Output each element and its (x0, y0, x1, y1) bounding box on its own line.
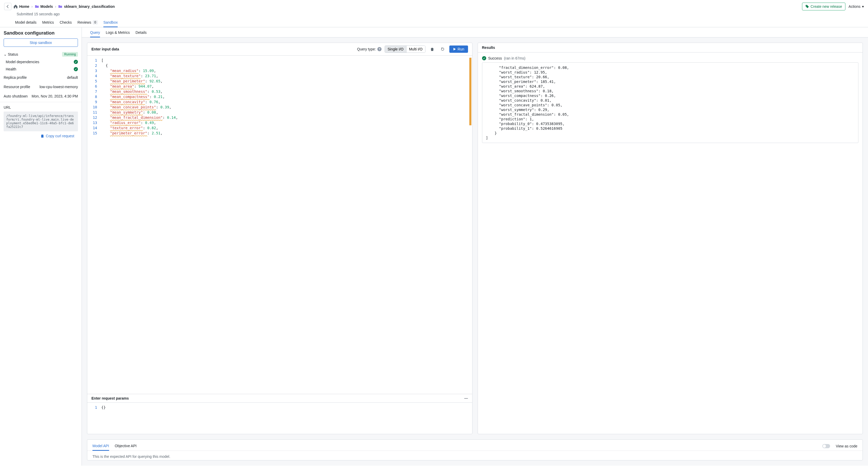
check-icon (74, 67, 78, 71)
tab-metrics[interactable]: Metrics (42, 19, 54, 27)
arrow-left-icon (6, 5, 10, 8)
multi-io-button[interactable]: Multi I/O (406, 46, 425, 53)
clipboard-icon (40, 134, 44, 138)
tab-reviews[interactable]: Reviews 0 (78, 19, 98, 27)
url-label: URL (4, 105, 78, 110)
results-title: Results (482, 46, 495, 50)
params-editor[interactable]: 1 {} (87, 403, 472, 434)
url-value: /foundry-ml-live/api/inference/transform… (4, 112, 78, 131)
folder-icon (58, 4, 62, 8)
submitted-text: Submitted 15 seconds ago (0, 10, 868, 19)
help-icon[interactable]: ? (377, 47, 381, 51)
check-icon (74, 60, 78, 64)
crumb-home[interactable]: Home (13, 4, 29, 8)
stop-sandbox-button[interactable]: Stop sandbox (4, 38, 78, 47)
results-panel: Results Success (ran in 67ms) "fractal_d… (477, 42, 863, 434)
input-panel: Enter input data Query type: ? Single I/… (87, 42, 472, 434)
tab-query[interactable]: Query (90, 30, 100, 37)
api-description: This is the expected API for querying th… (87, 451, 863, 460)
input-panel-title: Enter input data (91, 47, 119, 51)
api-panel: Model API Objective API View as code Thi… (87, 439, 863, 461)
check-icon (482, 56, 486, 60)
reset-button[interactable] (439, 46, 446, 53)
crumb-current[interactable]: sklearn_binary_classification (58, 4, 115, 8)
run-time: (ran in 67ms) (504, 56, 525, 60)
params-header: Enter request params — (87, 394, 472, 403)
folder-icon (35, 4, 39, 8)
crumb-home-label: Home (19, 4, 29, 8)
primary-tabs: Model details Metrics Checks Reviews 0 S… (0, 19, 868, 27)
breadcrumb: Home › Models › sklearn_binary_classific… (4, 3, 115, 10)
tab-objective-api[interactable]: Objective API (115, 442, 136, 450)
crumb-models[interactable]: Models (35, 4, 53, 8)
crumb-models-label: Models (40, 4, 53, 8)
copy-curl-button[interactable]: Copy curl request (4, 131, 78, 138)
trash-icon (430, 47, 434, 51)
status-toggle[interactable]: ⌄ Status Running (0, 51, 82, 58)
tag-icon (805, 5, 809, 8)
chevron-down-icon: ⌄ (4, 52, 7, 56)
status-health: Health (0, 65, 82, 73)
tab-details[interactable]: Details (135, 30, 147, 37)
tab-sandbox[interactable]: Sandbox (103, 19, 118, 27)
io-segmented-control: Single I/O Multi I/O (385, 46, 426, 53)
replica-profile-row: Replica profile default (0, 73, 82, 82)
status-model-deps: Model dependencies (0, 58, 82, 65)
input-editor[interactable]: 123456789101112131415 [ { "mean_radius":… (87, 56, 472, 394)
query-type-label: Query type: (357, 47, 376, 51)
sidebar: Sandbox configuration Stop sandbox ⌄ Sta… (0, 27, 82, 466)
success-label: Success (488, 56, 502, 60)
view-as-code-toggle[interactable] (822, 444, 830, 448)
tab-logs-metrics[interactable]: Logs & Metrics (106, 30, 130, 37)
tab-model-details[interactable]: Model details (15, 19, 37, 27)
status-badge: Running (62, 52, 78, 57)
undo-icon (440, 47, 445, 51)
chevron-right-icon: › (55, 4, 56, 8)
status-label: Status (8, 52, 18, 56)
resource-profile-row: Resource profile low-cpu-lowest-memory (0, 82, 82, 91)
create-release-button[interactable]: Create new release (802, 3, 845, 10)
home-icon (13, 4, 18, 8)
crumb-current-label: sklearn_binary_classification (64, 4, 115, 8)
clear-button[interactable] (429, 46, 436, 53)
actions-menu[interactable]: Actions ▾ (848, 4, 864, 8)
chevron-down-icon: ▾ (862, 4, 864, 8)
single-io-button[interactable]: Single I/O (385, 46, 406, 53)
inner-tabs: Query Logs & Metrics Details (82, 27, 868, 37)
auto-shutdown-row: Auto shutdown Mon, Nov 20, 2023, 4:30 PM (0, 91, 82, 101)
minus-icon[interactable]: — (464, 396, 468, 400)
results-output: "fractal_dimension_error": 0.08, "worst_… (482, 62, 859, 143)
run-button[interactable]: Run (449, 46, 468, 53)
chevron-right-icon: › (31, 4, 33, 8)
play-icon (453, 48, 456, 51)
back-button[interactable] (4, 3, 11, 10)
reviews-count-badge: 0 (93, 20, 98, 24)
scroll-marker (469, 58, 471, 125)
view-as-code-label: View as code (836, 444, 857, 448)
tab-model-api[interactable]: Model API (92, 442, 109, 451)
sidebar-title: Sandbox configuration (0, 27, 82, 38)
tab-checks[interactable]: Checks (60, 19, 72, 27)
